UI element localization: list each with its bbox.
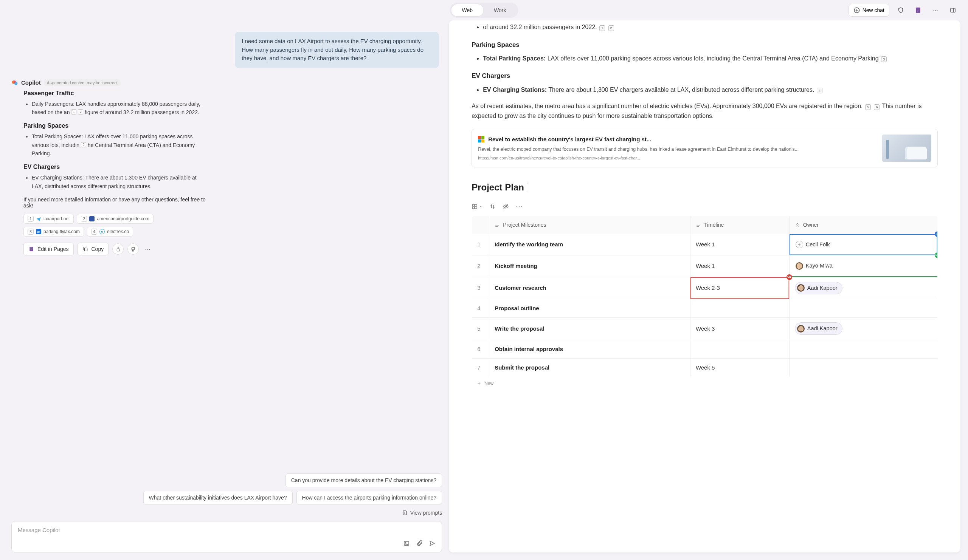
table-row[interactable]: 3 Customer research CB Week 2-3 Aadi Kap… (472, 277, 938, 299)
ref-2-icon[interactable]: 2 (78, 109, 83, 114)
section-head-ev: EV Chargers (23, 164, 208, 170)
attach-icon[interactable] (416, 540, 423, 547)
source-chip-3[interactable]: 3 ux parking.flylax.com (23, 227, 84, 236)
table-row[interactable]: 5 Write the proposal Week 3 Aadi Kapoor (472, 318, 938, 340)
more-icon-button[interactable] (930, 4, 941, 16)
table-row[interactable]: 4 Proposal outline (472, 299, 938, 318)
cell-timeline[interactable] (690, 299, 789, 318)
cell-owner[interactable]: KM Kayo Miwa (789, 255, 937, 277)
section-head-ev: EV Chargers (472, 71, 938, 81)
link-card-title: Revel to establish the country's largest… (478, 135, 876, 144)
svg-point-24 (797, 223, 798, 225)
like-button[interactable] (112, 243, 124, 255)
add-owner-icon[interactable]: + (796, 241, 803, 248)
ref-2-icon[interactable]: 2 (608, 25, 614, 31)
parking-list: Total Parking Spaces: LAX offers over 11… (23, 132, 208, 158)
cell-timeline[interactable]: Week 3 (690, 318, 789, 340)
source-chip-4[interactable]: 4 e electrek.co (87, 227, 133, 236)
shield-icon-button[interactable] (895, 4, 907, 16)
cell-timeline[interactable] (690, 340, 789, 358)
pages-icon-button[interactable] (912, 4, 924, 16)
chat-scroll[interactable]: I need some data on LAX Airport to asses… (12, 24, 442, 467)
table-more-button[interactable]: ··· (516, 202, 523, 211)
ref-1-icon[interactable]: 1 (599, 25, 605, 31)
cell-owner[interactable]: Aadi Kapoor (789, 318, 937, 340)
pages-icon (28, 246, 35, 252)
owner-chip[interactable]: Kayo Miwa (795, 260, 837, 272)
cell-milestone[interactable]: Write the proposal (489, 318, 690, 340)
link-card-url: https://msn.com/en-us/travel/news/revel-… (478, 155, 876, 162)
cell-owner[interactable]: Aadi Kapoor (789, 277, 937, 299)
owner-chip[interactable]: Aadi Kapoor (795, 322, 842, 335)
add-row-button[interactable]: New (472, 377, 938, 390)
table-row[interactable]: 2 Kickoff meeting Week 1 KM Kayo Miwa (472, 255, 938, 277)
owner-chip[interactable]: + Cecil Folk (795, 239, 835, 251)
send-icon[interactable] (429, 540, 436, 547)
dislike-button[interactable] (128, 243, 139, 255)
chevron-down-icon (479, 205, 482, 208)
ref-5-icon[interactable]: 5 (865, 104, 871, 110)
region-paragraph: As of recent estimates, the metro area h… (472, 101, 938, 121)
layout-button[interactable] (472, 203, 482, 210)
view-prompts-button[interactable]: View prompts (402, 508, 443, 517)
visibility-button[interactable] (502, 203, 509, 210)
edit-in-pages-button[interactable]: Edit in Pages (23, 243, 74, 256)
thumbs-up-icon (115, 246, 121, 252)
cell-owner[interactable] (789, 299, 937, 318)
cell-timeline[interactable]: Week 1 (690, 234, 789, 255)
view-prompts-label: View prompts (410, 510, 443, 516)
link-card-desc: Revel, the electric moped company that f… (478, 146, 876, 153)
cell-owner[interactable] (789, 358, 937, 377)
page-column[interactable]: of around 32.2 million passengers in 202… (449, 20, 960, 552)
source-chip-1[interactable]: 1 laxairport.net (23, 214, 74, 224)
source-chip-2[interactable]: 2 americanairportguide.com (77, 214, 154, 224)
table-row[interactable]: 1 Identify the working team Week 1 LB + … (472, 234, 938, 255)
suggestion-chip[interactable]: How can I access the airports parking in… (297, 491, 443, 504)
cell-milestone[interactable]: Identify the working team (489, 234, 690, 255)
ref-3-icon[interactable]: 3 (881, 56, 887, 62)
suggestion-chip[interactable]: What other sustainability initiatives do… (143, 491, 293, 504)
insert-image-icon[interactable] (403, 540, 410, 547)
owner-chip[interactable]: Aadi Kapoor (795, 282, 842, 294)
cell-owner[interactable]: LB + Cecil Folk (789, 234, 937, 255)
ref-6-icon[interactable]: 6 (874, 104, 880, 110)
source-label: laxairport.net (43, 216, 70, 221)
project-plan-title[interactable]: Project Plan (472, 180, 938, 195)
ref-3-icon[interactable]: 3 (81, 142, 86, 147)
person-col-icon (795, 223, 800, 228)
cell-milestone[interactable]: Submit the proposal (489, 358, 690, 377)
panel-icon-button[interactable] (947, 4, 959, 16)
cell-timeline[interactable]: Week 1 (690, 255, 789, 277)
cell-owner[interactable] (789, 340, 937, 358)
link-preview-card[interactable]: Revel to establish the country's largest… (472, 129, 938, 167)
msn-icon (478, 136, 484, 142)
sparkle-book-icon (402, 510, 408, 516)
svg-rect-16 (85, 248, 87, 251)
cell-milestone[interactable]: Kickoff meeting (489, 255, 690, 277)
tab-work[interactable]: Work (483, 4, 517, 16)
cell-timeline[interactable]: Week 5 (690, 358, 789, 377)
ref-1-icon[interactable]: 1 (71, 109, 76, 114)
sort-button[interactable] (489, 203, 496, 210)
ai-disclaimer: AI-generated content may be incorrect (44, 79, 121, 86)
cell-milestone[interactable]: Proposal outline (489, 299, 690, 318)
cell-timeline[interactable]: CB Week 2-3 (690, 277, 789, 299)
more-actions-button[interactable]: ··· (143, 245, 153, 253)
presence-badge: LB (935, 231, 938, 237)
col-milestones[interactable]: Project Milestones (489, 216, 690, 234)
chat-input[interactable] (18, 527, 436, 533)
col-owner[interactable]: Owner (789, 216, 937, 234)
cell-milestone[interactable]: Obtain internal approvals (489, 340, 690, 358)
tab-web[interactable]: Web (451, 4, 484, 16)
table-row[interactable]: 7 Submit the proposal Week 5 (472, 358, 938, 377)
copy-label: Copy (91, 246, 104, 252)
col-timeline[interactable]: Timeline (690, 216, 789, 234)
chat-column: I need some data on LAX Airport to asses… (8, 20, 446, 552)
ref-4-icon[interactable]: 4 (817, 88, 822, 93)
new-chat-button[interactable]: New chat (849, 4, 889, 17)
table-row[interactable]: 6 Obtain internal approvals (472, 340, 938, 358)
suggestion-chip[interactable]: Can you provide more details about the E… (285, 474, 442, 487)
topbar: Web Work New chat (0, 0, 968, 20)
copy-button[interactable]: Copy (78, 243, 109, 256)
cell-milestone[interactable]: Customer research (489, 277, 690, 299)
